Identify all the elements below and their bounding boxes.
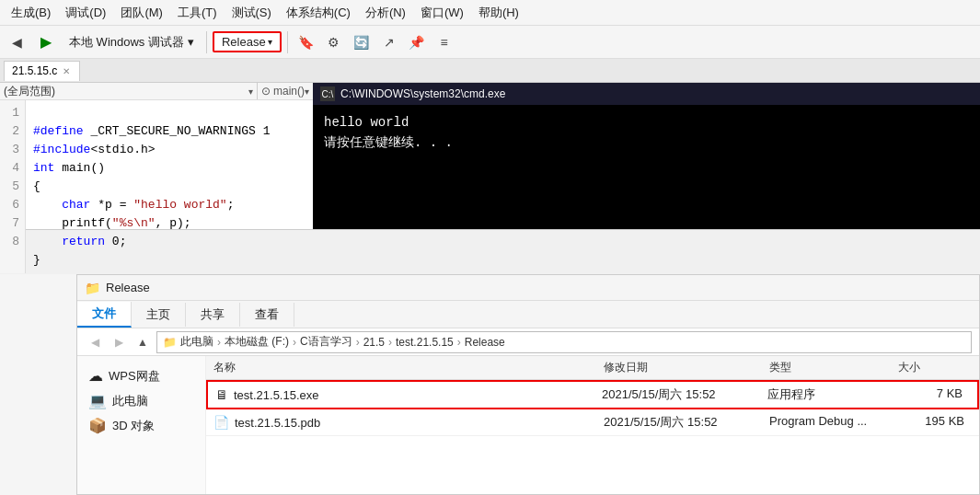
- menu-bar: 生成(B) 调试(D) 团队(M) 工具(T) 测试(S) 体系结构(C) 分析…: [0, 0, 980, 26]
- pdb-icon: 📄: [213, 415, 229, 430]
- file-explorer: 📁 Release 文件 主页 共享 查看 ◀ ▶ ▲ 📁 此电脑 › 本地磁盘…: [76, 274, 980, 495]
- menu-item-test[interactable]: 测试(S): [225, 3, 279, 23]
- cmd-content: hello world 请按任意键继续. . .: [313, 105, 980, 229]
- scope-label: (全局范围): [4, 84, 248, 99]
- main-dropdown-icon[interactable]: ▾: [305, 86, 309, 97]
- cmd-window: C:\ C:\WINDOWS\system32\cmd.exe hello wo…: [313, 83, 980, 229]
- address-path[interactable]: 📁 此电脑 › 本地磁盘 (F:) › C语言学习 › 21.5 › test.…: [156, 331, 972, 353]
- menu-item-team[interactable]: 团队(M): [113, 3, 170, 23]
- explorer-sidebar: ☁ WPS网盘 💻 此电脑 📦 3D 对象: [77, 356, 206, 494]
- file-tab-label: 21.5.15.c: [12, 64, 57, 77]
- main-function-label: ⊙ main(): [261, 85, 305, 98]
- sidebar-wps[interactable]: ☁ WPS网盘: [81, 363, 202, 388]
- cmd-title-bar: C:\ C:\WINDOWS\system32\cmd.exe: [313, 83, 980, 105]
- line-num-7: 7: [6, 214, 19, 233]
- cmd-line-2: 请按任意键继续. . .: [324, 132, 969, 153]
- code-area: (全局范围) ▾ ⊙ main() ▾ 1 2 3 4 5 6 7 8 #def…: [0, 83, 980, 230]
- col-date[interactable]: 修改日期: [604, 360, 769, 375]
- col-name[interactable]: 名称: [213, 360, 604, 375]
- sidebar-3d[interactable]: 📦 3D 对象: [81, 413, 202, 438]
- toolbar-separator-2: [287, 31, 288, 53]
- bookmark-icon[interactable]: 🔖: [294, 29, 319, 55]
- nav-back-button[interactable]: ◀: [85, 332, 105, 352]
- path-release: Release: [465, 336, 505, 349]
- file-table-header: 名称 修改日期 类型 大小: [206, 356, 979, 380]
- menu-item-window[interactable]: 窗口(W): [413, 3, 471, 23]
- release-config-button[interactable]: Release ▾: [213, 31, 282, 52]
- toolbar: ◀ ▶ 本地 Windows 调试器 ▾ Release ▾ 🔖 ⚙ 🔄 ↗ 📌…: [0, 26, 980, 59]
- explorer-ribbon: 文件 主页 共享 查看: [77, 301, 979, 328]
- menu-item-architecture[interactable]: 体系结构(C): [279, 3, 358, 23]
- line-num-4: 4: [6, 159, 19, 178]
- path-mypc: 此电脑: [180, 334, 213, 350]
- file-row-exe[interactable]: 🖥 test.21.5.15.exe 2021/5/15/周六 15:52 应用…: [206, 380, 979, 409]
- menu-item-tools[interactable]: 工具(T): [170, 3, 225, 23]
- file-row-pdb[interactable]: 📄 test.21.5.15.pdb 2021/5/15/周六 15:52 Pr…: [206, 409, 979, 436]
- file-size-pdb: 195 KB: [898, 414, 972, 431]
- menu-item-generate[interactable]: 生成(B): [4, 3, 58, 23]
- explorer-folder-icon: 📁: [85, 281, 100, 295]
- line-num-2: 2: [6, 122, 19, 141]
- tab-close-button[interactable]: ✕: [61, 66, 72, 76]
- play-debug-button[interactable]: ▶: [33, 29, 59, 55]
- file-tab[interactable]: 21.5.15.c ✕: [4, 61, 80, 81]
- back-toolbar-btn[interactable]: ◀: [4, 29, 29, 55]
- wps-label: WPS网盘: [109, 368, 160, 385]
- nav-up-button[interactable]: ▲: [133, 332, 153, 352]
- path-clang: C语言学习: [300, 334, 352, 350]
- col-type[interactable]: 类型: [769, 360, 898, 375]
- ribbon-tab-file[interactable]: 文件: [77, 302, 132, 328]
- line-num-5: 5: [6, 178, 19, 196]
- col-size[interactable]: 大小: [898, 360, 972, 375]
- local-debug-selector[interactable]: 本地 Windows 调试器 ▾: [63, 31, 201, 53]
- pin-icon[interactable]: 📌: [404, 29, 430, 55]
- nav-forward-button[interactable]: ▶: [109, 332, 129, 352]
- menu-item-analyze[interactable]: 分析(N): [358, 3, 413, 23]
- file-table: 名称 修改日期 类型 大小 🖥 test.21.5.15.exe 2021/5/…: [206, 356, 979, 494]
- code-panel: (全局范围) ▾ ⊙ main() ▾ 1 2 3 4 5 6 7 8 #def…: [0, 83, 313, 229]
- file-list-area: ☁ WPS网盘 💻 此电脑 📦 3D 对象 名称 修改日期 类型 大小: [77, 356, 979, 494]
- cmd-line-1: hello world: [324, 112, 969, 132]
- line-num-8: 8: [6, 233, 19, 251]
- menu-item-help[interactable]: 帮助(H): [471, 3, 526, 23]
- file-type-pdb: Program Debug ...: [769, 414, 898, 431]
- release-dropdown-arrow: ▾: [268, 37, 272, 47]
- more-icon[interactable]: ≡: [432, 29, 457, 55]
- menu-item-debug[interactable]: 调试(D): [58, 3, 113, 23]
- 3d-label: 3D 对象: [112, 418, 155, 434]
- mypc-label: 此电脑: [112, 393, 148, 409]
- scope-bar: (全局范围) ▾ ⊙ main() ▾: [0, 83, 313, 100]
- scope-sep: [257, 83, 258, 99]
- file-name-pdb: 📄 test.21.5.15.pdb: [213, 414, 604, 431]
- file-type-exe: 应用程序: [767, 386, 896, 403]
- exe-icon: 🖥: [215, 387, 228, 402]
- release-label: Release: [222, 35, 266, 49]
- scope-dropdown-icon[interactable]: ▾: [248, 86, 253, 97]
- cmd-icon: C:\: [320, 86, 335, 101]
- file-name-exe: 🖥 test.21.5.15.exe: [215, 386, 602, 403]
- config-icon[interactable]: ⚙: [321, 29, 347, 55]
- ribbon-tab-share[interactable]: 共享: [186, 303, 240, 327]
- local-debug-dropdown-icon: ▾: [188, 35, 194, 49]
- ribbon-tab-view[interactable]: 查看: [240, 303, 294, 327]
- wps-icon: ☁: [88, 367, 103, 385]
- path-drive: 本地磁盘 (F:): [225, 334, 289, 350]
- file-date-pdb: 2021/5/15/周六 15:52: [604, 414, 769, 431]
- explorer-title: Release: [106, 281, 150, 294]
- path-21-5: 21.5: [363, 336, 385, 349]
- mypc-icon: 💻: [88, 392, 107, 409]
- arrow-icon[interactable]: ↗: [376, 29, 402, 55]
- file-date-exe: 2021/5/15/周六 15:52: [602, 386, 767, 403]
- code-text[interactable]: #define _CRT_SECURE_NO_WARNINGS 1 #inclu…: [26, 100, 313, 273]
- left-sidebar-bottom: [0, 274, 77, 495]
- tab-bar: 21.5.15.c ✕: [0, 59, 980, 83]
- path-folder-icon: 📁: [163, 336, 177, 349]
- sync-icon[interactable]: 🔄: [349, 29, 375, 55]
- address-bar: ◀ ▶ ▲ 📁 此电脑 › 本地磁盘 (F:) › C语言学习 › 21.5 ›…: [77, 328, 979, 356]
- sidebar-mypc[interactable]: 💻 此电脑: [81, 388, 202, 413]
- 3d-icon: 📦: [88, 417, 107, 434]
- line-num-3: 3: [6, 141, 19, 159]
- cmd-title-label: C:\WINDOWS\system32\cmd.exe: [340, 87, 505, 100]
- line-num-1: 1: [6, 104, 19, 122]
- ribbon-tab-home[interactable]: 主页: [132, 303, 186, 327]
